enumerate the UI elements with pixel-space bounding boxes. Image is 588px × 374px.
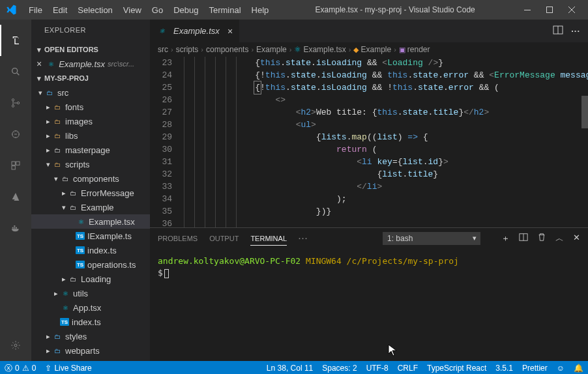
menu-terminal[interactable]: Terminal — [203, 3, 246, 18]
terminal-cursor — [164, 269, 169, 278]
breadcrumb-components: components — [206, 45, 248, 54]
panel-tab-more[interactable]: ··· — [299, 232, 308, 245]
status-encoding[interactable]: UTF-8 — [362, 361, 393, 374]
breadcrumb-src: src — [158, 45, 168, 54]
close-tab-icon[interactable]: × — [228, 26, 233, 36]
editor-scrollbar[interactable] — [579, 57, 588, 227]
menu-file[interactable]: File — [23, 3, 48, 18]
tree-item-utils[interactable]: ▸⚛utils — [31, 286, 150, 300]
status-live-share[interactable]: ⇪Live Share — [40, 361, 96, 374]
tree-item-src[interactable]: ▾🗀src — [31, 85, 150, 100]
status-errors[interactable]: ⓧ0⚠0 — [0, 361, 40, 374]
azure-icon[interactable] — [0, 181, 31, 212]
line-gutter: 2324252627282930313233343536 — [150, 57, 184, 227]
editor-area: ⚛ Example.tsx × ··· src› scripts› compon… — [150, 20, 588, 361]
editor-tabs: ⚛ Example.tsx × ··· — [150, 20, 588, 42]
more-actions-icon[interactable]: ··· — [571, 26, 580, 36]
panel-tab-problems[interactable]: PROBLEMS — [158, 232, 198, 245]
terminal-selector[interactable]: 1: bash — [383, 232, 480, 245]
statusbar: ⓧ0⚠0 ⇪Live Share Ln 38, Col 11 Spaces: 2… — [0, 361, 588, 374]
menu-view[interactable]: View — [118, 3, 147, 18]
svg-point-3 — [12, 99, 14, 101]
source-control-icon[interactable] — [0, 87, 31, 119]
svg-point-14 — [14, 344, 17, 347]
maximize-panel-icon[interactable]: ︿ — [555, 233, 564, 244]
split-terminal-icon[interactable] — [519, 233, 528, 244]
settings-gear-icon[interactable] — [0, 330, 31, 361]
tree-item-index-ts[interactable]: TSindex.ts — [31, 315, 150, 329]
svg-rect-0 — [524, 10, 531, 10]
tree-item-index-ts[interactable]: TSindex.ts — [31, 243, 150, 257]
breadcrumb-class: ◆Example — [353, 45, 391, 54]
project-header[interactable]: ▾MY-SP-PROJ — [31, 71, 150, 85]
svg-rect-7 — [12, 162, 15, 165]
code-editor[interactable]: 2324252627282930313233343536 {this.state… — [150, 57, 588, 227]
close-button[interactable] — [561, 2, 583, 18]
tree-item-operations-ts[interactable]: TSoperations.ts — [31, 257, 150, 272]
split-editor-icon[interactable] — [553, 25, 563, 37]
svg-rect-10 — [12, 227, 14, 229]
react-icon: ⚛ — [46, 59, 56, 69]
sidebar-title: EXPLORER — [31, 20, 150, 42]
menu-edit[interactable]: Edit — [48, 3, 72, 18]
tree-item-iexample-ts[interactable]: TSIExample.ts — [31, 229, 150, 243]
maximize-button[interactable] — [538, 2, 561, 18]
tree-item-images[interactable]: ▸🗀images — [31, 114, 150, 128]
close-panel-icon[interactable]: ✕ — [573, 233, 580, 244]
tree-item-example[interactable]: ▾🗀Example — [31, 200, 150, 214]
status-bell-icon[interactable]: 🔔 — [569, 361, 588, 374]
menu-help[interactable]: Help — [246, 3, 274, 18]
status-eol[interactable]: CRLF — [393, 361, 422, 374]
new-terminal-icon[interactable]: ＋ — [501, 233, 510, 244]
tree-item-fonts[interactable]: ▸🗀fonts — [31, 100, 150, 114]
open-editor-item[interactable]: × ⚛ Example.tsx src\scr... — [31, 57, 150, 71]
svg-rect-12 — [16, 227, 17, 229]
status-spaces[interactable]: Spaces: 2 — [317, 361, 361, 374]
status-prettier[interactable]: Prettier — [518, 361, 552, 374]
panel-tab-output[interactable]: OUTPUT — [209, 232, 239, 245]
menu-debug[interactable]: Debug — [168, 3, 203, 18]
tree-item-libs[interactable]: ▸🗀libs — [31, 128, 150, 143]
tree-item-components[interactable]: ▾🗀components — [31, 171, 150, 186]
debug-icon[interactable] — [0, 119, 31, 150]
svg-rect-13 — [14, 225, 15, 227]
svg-rect-11 — [14, 227, 15, 229]
kill-terminal-icon[interactable] — [537, 233, 546, 244]
svg-rect-8 — [16, 162, 20, 165]
status-ts-version[interactable]: 3.5.1 — [491, 361, 518, 374]
tree-item-webparts[interactable]: ▸🗀webparts — [31, 343, 150, 358]
svg-point-4 — [12, 105, 14, 107]
status-feedback-icon[interactable]: ☺ — [552, 361, 569, 374]
files-icon[interactable] — [0, 25, 31, 56]
window-controls — [516, 2, 583, 18]
status-cursor[interactable]: Ln 38, Col 11 — [262, 361, 317, 374]
docker-icon[interactable] — [0, 212, 31, 244]
svg-rect-9 — [12, 166, 15, 169]
tree-item-masterpage[interactable]: ▸🗀masterpage — [31, 143, 150, 157]
panel-tab-terminal[interactable]: TERMINAL — [250, 232, 287, 246]
menu-go[interactable]: Go — [147, 3, 168, 18]
react-icon: ⚛ — [156, 26, 167, 36]
code-content[interactable]: {this.state.isLoading && <Loading />} {!… — [184, 57, 588, 227]
minimize-button[interactable] — [516, 2, 538, 18]
svg-point-2 — [12, 68, 18, 74]
extensions-icon[interactable] — [0, 150, 31, 181]
tree-item-scripts[interactable]: ▾🗀scripts — [31, 157, 150, 171]
search-icon[interactable] — [0, 56, 31, 87]
tree-item-styles[interactable]: ▸🗀styles — [31, 329, 150, 343]
terminal-line: andrew.koltyakov@ARVO-PC-F02 MINGW64 /c/… — [158, 255, 580, 267]
tab-label: Example.tsx — [173, 26, 220, 36]
tree-item-loading[interactable]: ▸🗀Loading — [31, 272, 150, 286]
tree-item-errormessage[interactable]: ▸🗀ErrorMessage — [31, 186, 150, 200]
editor-tab-example[interactable]: ⚛ Example.tsx × — [150, 20, 240, 42]
breadcrumbs[interactable]: src› scripts› components› Example› ⚛Exam… — [150, 42, 588, 57]
tree-item-example-tsx[interactable]: ⚛Example.tsx — [31, 214, 150, 229]
svg-rect-1 — [547, 7, 553, 13]
status-language[interactable]: TypeScript React — [422, 361, 491, 374]
tree-item-app-tsx[interactable]: ⚛App.tsx — [31, 300, 150, 315]
bottom-panel: PROBLEMS OUTPUT TERMINAL ··· 1: bash ＋ ︿… — [150, 227, 588, 361]
breadcrumb-method: ▣render — [399, 45, 430, 54]
open-editors-header[interactable]: ▾OPEN EDITORS — [31, 42, 150, 57]
terminal-body[interactable]: andrew.koltyakov@ARVO-PC-F02 MINGW64 /c/… — [150, 249, 588, 361]
menu-selection[interactable]: Selection — [72, 3, 117, 18]
